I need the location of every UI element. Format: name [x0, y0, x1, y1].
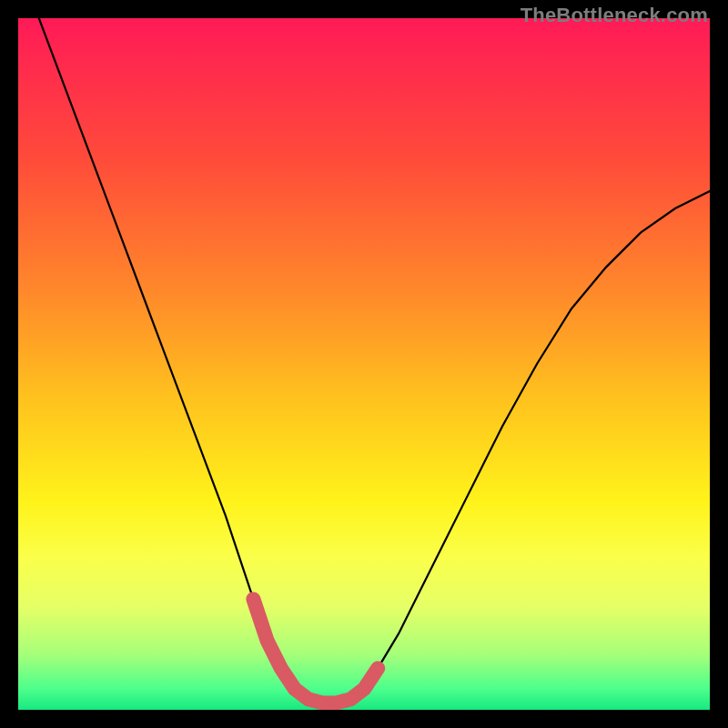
chart-frame: TheBottleneck.com — [0, 0, 728, 728]
sweet-spot-dot — [303, 694, 314, 705]
sweet-spot-dot — [359, 683, 369, 694]
sweet-spot-dot — [248, 593, 258, 604]
sweet-spot-dot — [276, 662, 287, 673]
watermark-text: TheBottleneck.com — [521, 4, 708, 27]
plot-area — [18, 18, 710, 710]
gradient-background — [18, 18, 710, 710]
sweet-spot-dot — [345, 694, 356, 705]
sweet-spot-dot — [331, 697, 342, 708]
sweet-spot-dot — [317, 697, 328, 708]
chart-svg — [18, 18, 710, 710]
sweet-spot-dot — [372, 662, 383, 673]
sweet-spot-dot — [262, 635, 273, 646]
sweet-spot-dot — [289, 683, 300, 694]
